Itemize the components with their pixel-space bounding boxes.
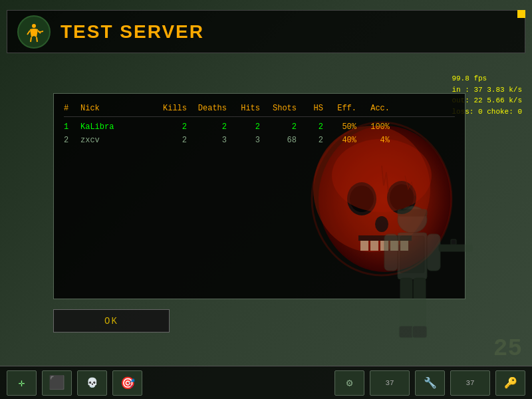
player1-kills: 2 [160, 122, 197, 132]
col-header-num: # [64, 104, 80, 113]
hud-item-5: 37 [450, 370, 490, 396]
svg-line-1 [27, 31, 30, 35]
fps-value: 99.8 fps [452, 73, 522, 84]
player1-hits: 2 [237, 122, 270, 132]
svg-rect-24 [384, 234, 398, 271]
svg-rect-26 [439, 245, 472, 251]
player2-nick: zxcv [80, 136, 160, 145]
col-header-hits: Hits [237, 104, 270, 113]
col-header-acc: Acc. [360, 104, 390, 113]
player1-eff: 50% [330, 122, 360, 132]
player2-hits: 3 [237, 136, 270, 145]
col-header-nick: Nick [80, 104, 160, 113]
player1-shots: 2 [270, 122, 307, 132]
player-figure [346, 200, 479, 366]
col-header-eff: Eff. [330, 104, 360, 113]
player-svg [346, 200, 479, 366]
hud-item-4: 🔧 [415, 370, 445, 396]
player1-deaths: 2 [197, 122, 237, 132]
crosshair-icon: ✛ [19, 376, 25, 390]
col-header-kills: Kills [160, 104, 197, 113]
hud-item-6: 🔑 [495, 370, 525, 396]
svg-line-3 [31, 37, 31, 42]
table-row: 1 KaLibra 2 2 2 2 2 50% 100% [64, 120, 455, 134]
col-header-deaths: Deaths [197, 104, 237, 113]
svg-rect-29 [414, 278, 426, 331]
col-header-shots: Shots [270, 104, 307, 113]
svg-rect-30 [399, 326, 414, 338]
player1-hs: 2 [307, 122, 330, 132]
col-header-hs: HS [307, 104, 330, 113]
cs-logo [17, 15, 51, 49]
table-row: 2 zxcv 2 3 3 68 2 40% 4% [64, 134, 455, 147]
corner-number: 25 [493, 335, 522, 362]
skull-icon: 💀 [86, 377, 98, 388]
server-title: TEST SERVER [61, 21, 204, 43]
svg-rect-25 [427, 234, 440, 271]
scoreboard-table: # Nick Kills Deaths Hits Shots HS Eff. A… [54, 94, 465, 154]
corner-accent [517, 10, 525, 18]
hud-crosshair: ✛ [7, 370, 37, 396]
cs-logo-icon [23, 21, 45, 43]
player1-acc: 100% [360, 122, 390, 132]
svg-rect-28 [400, 278, 412, 331]
server-header: TEST SERVER [7, 10, 525, 53]
hud-item-2: 🎯 [112, 370, 142, 396]
svg-rect-21 [398, 209, 427, 216]
svg-point-0 [32, 24, 36, 28]
player2-shots: 68 [270, 136, 307, 145]
player2-deaths: 3 [197, 136, 237, 145]
svg-rect-23 [400, 236, 424, 273]
hud-skull-icon: 💀 [77, 370, 107, 396]
hud-ammo: 37 [370, 370, 410, 396]
player2-kills: 2 [160, 136, 197, 145]
player2-eff: 40% [330, 136, 360, 145]
svg-rect-31 [412, 326, 427, 338]
player2-hs: 2 [307, 136, 330, 145]
player1-num: 1 [64, 122, 80, 132]
ok-button-container: OK [53, 309, 170, 332]
table-header: # Nick Kills Deaths Hits Shots HS Eff. A… [64, 100, 455, 117]
hud-bar: ✛ ⬛ 💀 🎯 ⚙ 37 🔧 37 🔑 [0, 366, 532, 399]
ok-button[interactable]: OK [53, 309, 170, 332]
player2-acc: 4% [360, 136, 390, 145]
svg-rect-27 [451, 239, 456, 245]
player1-nick: KaLibra [80, 122, 160, 132]
player2-num: 2 [64, 136, 80, 145]
svg-line-4 [37, 37, 37, 42]
hud-item-3: ⚙ [334, 370, 364, 396]
hud-item-1: ⬛ [42, 370, 72, 396]
